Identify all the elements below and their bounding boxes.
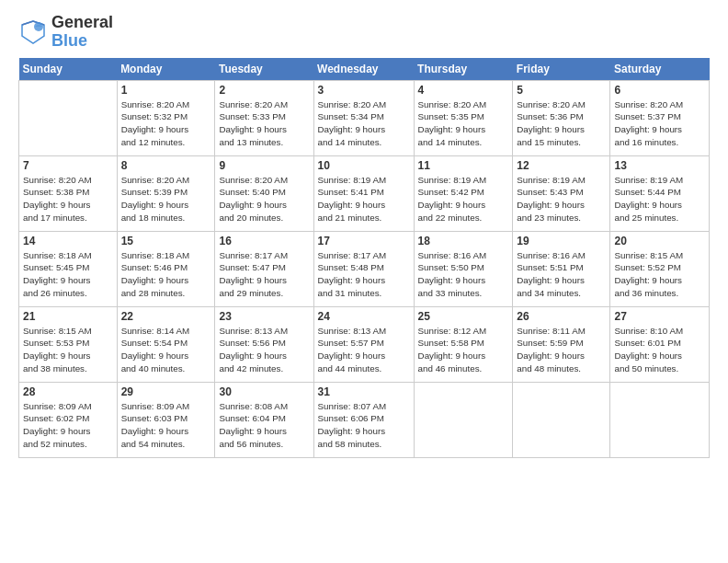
day-number: 13	[614, 159, 705, 172]
weekday-header-monday: Monday	[117, 58, 215, 81]
calendar-cell: 17Sunrise: 8:17 AMSunset: 5:48 PMDayligh…	[313, 231, 414, 306]
calendar-cell: 13Sunrise: 8:19 AMSunset: 5:44 PMDayligh…	[610, 155, 710, 231]
day-number: 17	[318, 235, 410, 247]
calendar-cell: 28Sunrise: 8:09 AMSunset: 6:02 PMDayligh…	[19, 382, 118, 457]
calendar-cell	[414, 382, 513, 457]
day-info: Sunrise: 8:15 AMSunset: 5:52 PMDaylight:…	[614, 249, 705, 300]
calendar-cell: 21Sunrise: 8:15 AMSunset: 5:53 PMDayligh…	[19, 306, 118, 382]
day-info: Sunrise: 8:09 AMSunset: 6:03 PMDaylight:…	[121, 400, 211, 451]
calendar-cell: 25Sunrise: 8:12 AMSunset: 5:58 PMDayligh…	[414, 306, 513, 382]
day-number: 29	[121, 385, 211, 398]
week-row-2: 7Sunrise: 8:20 AMSunset: 5:38 PMDaylight…	[19, 155, 710, 231]
calendar-cell	[19, 80, 118, 155]
day-number: 1	[121, 84, 211, 97]
calendar-cell: 31Sunrise: 8:07 AMSunset: 6:06 PMDayligh…	[313, 382, 414, 457]
week-row-3: 14Sunrise: 8:18 AMSunset: 5:45 PMDayligh…	[19, 231, 710, 306]
day-number: 16	[219, 235, 309, 247]
day-number: 28	[23, 385, 113, 398]
calendar-cell: 16Sunrise: 8:17 AMSunset: 5:47 PMDayligh…	[215, 231, 313, 306]
calendar-cell: 5Sunrise: 8:20 AMSunset: 5:36 PMDaylight…	[513, 80, 610, 155]
calendar-cell: 12Sunrise: 8:19 AMSunset: 5:43 PMDayligh…	[513, 155, 610, 231]
day-number: 9	[219, 159, 309, 172]
calendar-cell: 22Sunrise: 8:14 AMSunset: 5:54 PMDayligh…	[117, 306, 215, 382]
day-number: 20	[614, 235, 705, 247]
weekday-header-sunday: Sunday	[19, 58, 118, 81]
calendar-cell: 24Sunrise: 8:13 AMSunset: 5:57 PMDayligh…	[313, 306, 414, 382]
calendar-cell: 29Sunrise: 8:09 AMSunset: 6:03 PMDayligh…	[117, 382, 215, 457]
header: General Blue	[18, 14, 710, 51]
logo-icon	[18, 17, 48, 47]
day-info: Sunrise: 8:09 AMSunset: 6:02 PMDaylight:…	[23, 400, 113, 451]
day-number: 19	[517, 235, 606, 247]
day-number: 6	[614, 84, 705, 97]
day-number: 24	[318, 310, 410, 323]
week-row-5: 28Sunrise: 8:09 AMSunset: 6:02 PMDayligh…	[19, 382, 710, 457]
calendar-table: SundayMondayTuesdayWednesdayThursdayFrid…	[18, 58, 710, 458]
logo-blue: Blue	[51, 32, 113, 51]
calendar-cell: 11Sunrise: 8:19 AMSunset: 5:42 PMDayligh…	[414, 155, 513, 231]
logo: General Blue	[18, 14, 113, 51]
day-info: Sunrise: 8:19 AMSunset: 5:43 PMDaylight:…	[517, 174, 606, 224]
day-number: 21	[23, 310, 113, 323]
day-number: 26	[517, 310, 606, 323]
day-info: Sunrise: 8:20 AMSunset: 5:36 PMDaylight:…	[517, 98, 606, 149]
calendar-cell: 19Sunrise: 8:16 AMSunset: 5:51 PMDayligh…	[513, 231, 610, 306]
day-info: Sunrise: 8:18 AMSunset: 5:45 PMDaylight:…	[23, 249, 113, 300]
weekday-header-thursday: Thursday	[414, 58, 513, 81]
calendar-cell	[513, 382, 610, 457]
day-info: Sunrise: 8:20 AMSunset: 5:38 PMDaylight:…	[23, 174, 113, 224]
day-info: Sunrise: 8:08 AMSunset: 6:04 PMDaylight:…	[219, 400, 309, 451]
day-number: 11	[418, 159, 509, 172]
calendar-cell: 23Sunrise: 8:13 AMSunset: 5:56 PMDayligh…	[215, 306, 313, 382]
calendar-cell: 6Sunrise: 8:20 AMSunset: 5:37 PMDaylight…	[610, 80, 710, 155]
day-info: Sunrise: 8:14 AMSunset: 5:54 PMDaylight:…	[121, 325, 211, 375]
day-number: 27	[614, 310, 705, 323]
weekday-header-tuesday: Tuesday	[215, 58, 313, 81]
day-info: Sunrise: 8:17 AMSunset: 5:48 PMDaylight:…	[318, 249, 410, 300]
calendar-cell: 10Sunrise: 8:19 AMSunset: 5:41 PMDayligh…	[313, 155, 414, 231]
day-info: Sunrise: 8:10 AMSunset: 6:01 PMDaylight:…	[614, 325, 705, 375]
day-number: 15	[121, 235, 211, 247]
day-info: Sunrise: 8:12 AMSunset: 5:58 PMDaylight:…	[418, 325, 509, 375]
day-number: 22	[121, 310, 211, 323]
weekday-header-saturday: Saturday	[610, 58, 710, 81]
day-number: 12	[517, 159, 606, 172]
day-info: Sunrise: 8:20 AMSunset: 5:33 PMDaylight:…	[219, 98, 309, 149]
calendar-cell: 1Sunrise: 8:20 AMSunset: 5:32 PMDaylight…	[117, 80, 215, 155]
day-number: 25	[418, 310, 509, 323]
day-info: Sunrise: 8:15 AMSunset: 5:53 PMDaylight:…	[23, 325, 113, 375]
week-row-1: 1Sunrise: 8:20 AMSunset: 5:32 PMDaylight…	[19, 80, 710, 155]
calendar-cell: 26Sunrise: 8:11 AMSunset: 5:59 PMDayligh…	[513, 306, 610, 382]
day-info: Sunrise: 8:19 AMSunset: 5:44 PMDaylight:…	[614, 174, 705, 224]
day-info: Sunrise: 8:17 AMSunset: 5:47 PMDaylight:…	[219, 249, 309, 300]
calendar-cell	[610, 382, 710, 457]
day-number: 4	[418, 84, 509, 97]
day-number: 14	[23, 235, 113, 247]
calendar-page: General Blue SundayMondayTuesdayWednesda…	[0, 0, 728, 563]
day-info: Sunrise: 8:13 AMSunset: 5:57 PMDaylight:…	[318, 325, 410, 375]
day-info: Sunrise: 8:20 AMSunset: 5:34 PMDaylight:…	[318, 98, 410, 149]
calendar-cell: 8Sunrise: 8:20 AMSunset: 5:39 PMDaylight…	[117, 155, 215, 231]
logo-text-block: General Blue	[51, 14, 113, 51]
day-info: Sunrise: 8:16 AMSunset: 5:50 PMDaylight:…	[418, 249, 509, 300]
day-number: 3	[318, 84, 410, 97]
calendar-cell: 20Sunrise: 8:15 AMSunset: 5:52 PMDayligh…	[610, 231, 710, 306]
day-number: 2	[219, 84, 309, 97]
calendar-cell: 18Sunrise: 8:16 AMSunset: 5:50 PMDayligh…	[414, 231, 513, 306]
day-number: 8	[121, 159, 211, 172]
weekday-header-friday: Friday	[513, 58, 610, 81]
week-row-4: 21Sunrise: 8:15 AMSunset: 5:53 PMDayligh…	[19, 306, 710, 382]
calendar-cell: 14Sunrise: 8:18 AMSunset: 5:45 PMDayligh…	[19, 231, 118, 306]
calendar-cell: 3Sunrise: 8:20 AMSunset: 5:34 PMDaylight…	[313, 80, 414, 155]
day-info: Sunrise: 8:07 AMSunset: 6:06 PMDaylight:…	[318, 400, 410, 451]
day-info: Sunrise: 8:19 AMSunset: 5:41 PMDaylight:…	[318, 174, 410, 224]
day-number: 30	[219, 385, 309, 398]
day-number: 10	[318, 159, 410, 172]
day-info: Sunrise: 8:20 AMSunset: 5:39 PMDaylight:…	[121, 174, 211, 224]
calendar-cell: 30Sunrise: 8:08 AMSunset: 6:04 PMDayligh…	[215, 382, 313, 457]
day-number: 23	[219, 310, 309, 323]
day-info: Sunrise: 8:20 AMSunset: 5:40 PMDaylight:…	[219, 174, 309, 224]
weekday-header-wednesday: Wednesday	[313, 58, 414, 81]
calendar-cell: 27Sunrise: 8:10 AMSunset: 6:01 PMDayligh…	[610, 306, 710, 382]
day-number: 18	[418, 235, 509, 247]
